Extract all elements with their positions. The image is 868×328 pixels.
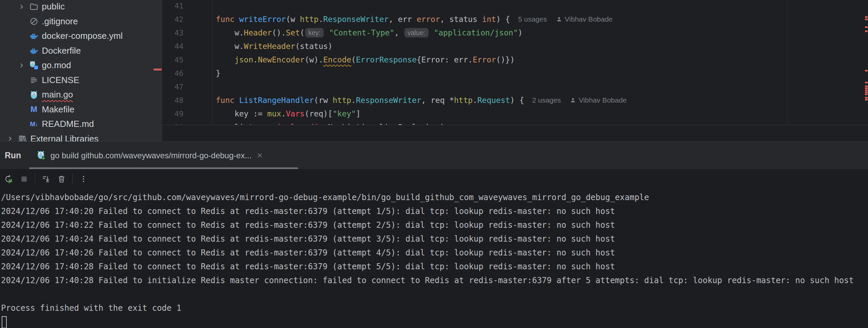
code-line-text: json.NewEncoder(w).Encode(ErrorResponse{… — [212, 55, 515, 64]
project-tree-panel[interactable]: public.gitignoredocker-compose.ymlDocker… — [0, 0, 162, 141]
code-token: key := — [216, 109, 267, 118]
error-stripe-mark[interactable] — [865, 99, 868, 101]
error-stripe-mark[interactable] — [865, 16, 868, 18]
code-token: "application/json" — [434, 28, 518, 37]
line-number[interactable]: 41 — [162, 0, 212, 12]
error-stripe-mark[interactable] — [865, 26, 868, 28]
line-number[interactable]: 45 — [162, 53, 212, 66]
code-line-text: } — [212, 69, 221, 78]
error-stripe-mark[interactable] — [865, 91, 868, 93]
stop-button[interactable] — [16, 171, 32, 186]
code-token: mux — [267, 109, 281, 118]
toolbar-separator — [72, 173, 73, 184]
author-annotation[interactable]: Vibhav Bobade — [565, 15, 613, 23]
code-line-42[interactable]: 42func writeError(w http.ResponseWriter,… — [162, 12, 868, 26]
usages-hint[interactable]: 2 usages — [532, 96, 561, 104]
chevron-right-icon[interactable] — [6, 135, 18, 141]
scroll-to-end-button[interactable] — [38, 171, 54, 186]
parameter-hint: value: — [404, 28, 428, 37]
author-annotation[interactable]: Vibhav Bobade — [579, 96, 627, 104]
code-line-48[interactable]: 48func ListRangeHandler(rw http.Response… — [162, 93, 868, 107]
code-token: func — [216, 96, 239, 105]
run-tool-window: Run go build github.com/waveywaves/mirro… — [0, 141, 868, 328]
tree-item-external-libraries[interactable]: External Libraries — [0, 132, 162, 142]
code-line-text: key := mux.Vars(req)["key"] — [212, 109, 360, 118]
code-token: func — [216, 15, 239, 24]
error-stripe-mark[interactable] — [865, 93, 868, 95]
code-token: (status) — [295, 42, 332, 51]
error-stripe-mark[interactable] — [865, 97, 868, 99]
code-token: http — [332, 96, 351, 105]
tree-item-label: Makefile — [42, 104, 75, 115]
code-editor[interactable]: 4142func writeError(w http.ResponseWrite… — [162, 0, 868, 125]
code-token: . — [473, 96, 478, 105]
code-token: ( — [300, 28, 305, 37]
code-token: , — [395, 28, 404, 37]
code-line-50[interactable]: 50 list := simpleredis.NewList(replicaPo… — [162, 120, 868, 125]
code-token: ResponseWriter — [356, 96, 421, 105]
error-stripe-mark[interactable] — [865, 30, 868, 32]
error-stripe-mark[interactable] — [865, 87, 868, 89]
tree-item-docker-compose-yml[interactable]: docker-compose.yml — [0, 29, 162, 44]
code-line-49[interactable]: 49 key := mux.Vars(req)["key"] — [162, 107, 868, 120]
line-number[interactable]: 48 — [162, 93, 212, 107]
code-line-44[interactable]: 44 w.WriteHeader(status) — [162, 39, 868, 53]
line-number[interactable]: 47 — [162, 80, 212, 93]
console-output[interactable]: /Users/vibhavbobade/go/src/github.com/wa… — [0, 189, 868, 328]
code-line-41[interactable]: 41 — [162, 0, 868, 12]
error-stripe-mark[interactable] — [865, 89, 868, 91]
line-number[interactable]: 44 — [162, 39, 212, 53]
code-token: } — [216, 69, 221, 78]
rerun-button[interactable] — [1, 171, 16, 186]
tree-item-makefile[interactable]: MMakefile — [0, 102, 162, 117]
error-stripe-mark[interactable] — [865, 82, 868, 83]
tree-item-go-mod[interactable]: go.mod — [0, 58, 162, 73]
line-number[interactable]: 50 — [162, 120, 212, 125]
console-line: 2024/12/06 17:40:22 Failed to connect to… — [1, 218, 868, 232]
chevron-right-icon[interactable] — [18, 62, 29, 69]
console-line: 2024/12/06 17:40:20 Failed to connect to… — [1, 204, 868, 218]
error-stripe-mark[interactable] — [865, 19, 868, 20]
line-number[interactable]: 43 — [162, 26, 212, 39]
clear-button[interactable] — [54, 171, 69, 186]
run-tab-title: go build github.com/waveywaves/mirrord-g… — [51, 151, 252, 160]
tree-item-dockerfile[interactable]: Dockerfile — [0, 44, 162, 58]
tree-item-label: External Libraries — [30, 134, 98, 141]
error-stripe-mark[interactable] — [865, 85, 868, 87]
code-line-text: w.WriteHeader(status) — [212, 42, 332, 51]
editor-error-stripe[interactable] — [865, 0, 868, 125]
error-stripe-mark[interactable] — [865, 70, 868, 72]
more-button[interactable] — [76, 171, 91, 186]
tree-item-license[interactable]: LICENSE — [0, 73, 162, 88]
code-line-43[interactable]: 43 w.Header().Set(key: "Content-Type", v… — [162, 26, 868, 39]
go-mod-icon — [29, 61, 38, 70]
code-line-46[interactable]: 46} — [162, 66, 868, 80]
code-token: , req * — [421, 96, 454, 105]
code-token: "Content-Type" — [329, 28, 395, 37]
person-icon — [556, 16, 562, 23]
folder-icon — [29, 2, 38, 11]
line-number[interactable]: 49 — [162, 107, 212, 120]
tree-item--gitignore[interactable]: .gitignore — [0, 14, 162, 29]
ide-window: public.gitignoredocker-compose.ymlDocker… — [0, 0, 868, 328]
code-line-text: func ListRangeHandler(rw http.ResponseWr… — [212, 96, 627, 105]
code-token: ListRangeHandler — [239, 96, 314, 105]
code-token: . — [253, 55, 258, 64]
code-token: Request — [478, 96, 510, 105]
line-number[interactable]: 42 — [162, 12, 212, 26]
run-panel-header: Run go build github.com/waveywaves/mirro… — [0, 142, 868, 169]
code-line-45[interactable]: 45 json.NewEncoder(w).Encode(ErrorRespon… — [162, 53, 868, 66]
chevron-right-icon[interactable] — [18, 3, 29, 10]
tree-item-main-go[interactable]: main.go — [0, 87, 162, 102]
line-number[interactable]: 46 — [162, 66, 212, 80]
usages-hint[interactable]: 5 usages — [518, 15, 547, 23]
tree-item-readme-md[interactable]: M↓README.md — [0, 117, 162, 132]
run-tab[interactable]: go build github.com/waveywaves/mirrord-g… — [37, 151, 263, 161]
tree-item-label: LICENSE — [42, 75, 79, 85]
tree-item-label: .gitignore — [42, 16, 78, 27]
process-exit-line: Process finished with the exit code 1 — [1, 301, 868, 315]
close-icon[interactable]: × — [257, 152, 262, 159]
code-token: writeError — [239, 15, 286, 24]
tree-item-public[interactable]: public — [0, 0, 162, 14]
code-line-47[interactable]: 47 — [162, 80, 868, 93]
